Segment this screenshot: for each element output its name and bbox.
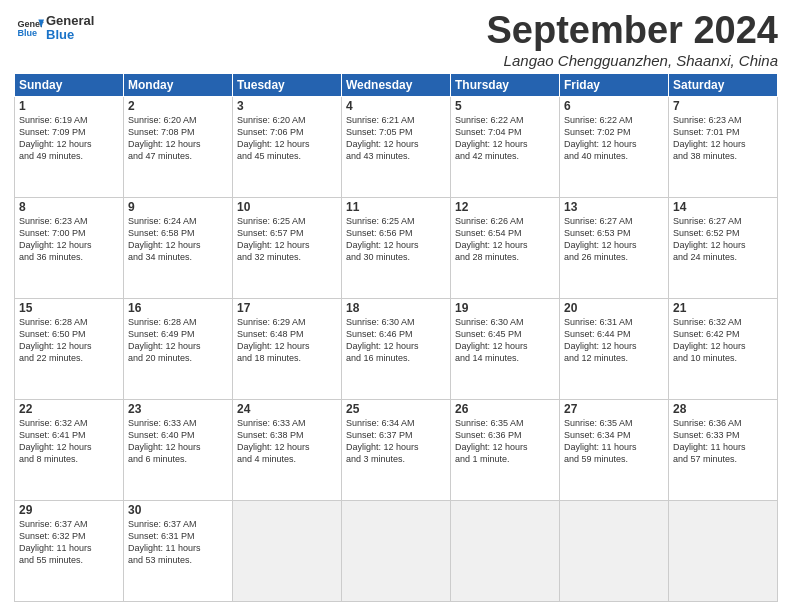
calendar-day-cell: 16Sunrise: 6:28 AM Sunset: 6:49 PM Dayli… [124, 298, 233, 399]
weekday-header-cell: Monday [124, 73, 233, 96]
day-info: Sunrise: 6:33 AM Sunset: 6:40 PM Dayligh… [128, 417, 228, 466]
calendar-day-cell: 7Sunrise: 6:23 AM Sunset: 7:01 PM Daylig… [669, 96, 778, 197]
weekday-header-cell: Saturday [669, 73, 778, 96]
day-number: 29 [19, 503, 119, 517]
day-number: 2 [128, 99, 228, 113]
day-number: 22 [19, 402, 119, 416]
day-info: Sunrise: 6:21 AM Sunset: 7:05 PM Dayligh… [346, 114, 446, 163]
day-info: Sunrise: 6:35 AM Sunset: 6:34 PM Dayligh… [564, 417, 664, 466]
day-number: 4 [346, 99, 446, 113]
calendar-week-row: 8Sunrise: 6:23 AM Sunset: 7:00 PM Daylig… [15, 197, 778, 298]
calendar-week-row: 29Sunrise: 6:37 AM Sunset: 6:32 PM Dayli… [15, 500, 778, 601]
calendar-day-cell: 11Sunrise: 6:25 AM Sunset: 6:56 PM Dayli… [342, 197, 451, 298]
calendar-day-cell: 29Sunrise: 6:37 AM Sunset: 6:32 PM Dayli… [15, 500, 124, 601]
day-number: 10 [237, 200, 337, 214]
day-info: Sunrise: 6:23 AM Sunset: 7:01 PM Dayligh… [673, 114, 773, 163]
day-info: Sunrise: 6:34 AM Sunset: 6:37 PM Dayligh… [346, 417, 446, 466]
day-number: 24 [237, 402, 337, 416]
day-info: Sunrise: 6:26 AM Sunset: 6:54 PM Dayligh… [455, 215, 555, 264]
day-number: 1 [19, 99, 119, 113]
calendar-week-row: 15Sunrise: 6:28 AM Sunset: 6:50 PM Dayli… [15, 298, 778, 399]
day-info: Sunrise: 6:25 AM Sunset: 6:57 PM Dayligh… [237, 215, 337, 264]
day-number: 12 [455, 200, 555, 214]
calendar-day-cell: 10Sunrise: 6:25 AM Sunset: 6:57 PM Dayli… [233, 197, 342, 298]
calendar-day-cell: 3Sunrise: 6:20 AM Sunset: 7:06 PM Daylig… [233, 96, 342, 197]
calendar-day-cell: 26Sunrise: 6:35 AM Sunset: 6:36 PM Dayli… [451, 399, 560, 500]
calendar-day-cell [233, 500, 342, 601]
day-info: Sunrise: 6:37 AM Sunset: 6:32 PM Dayligh… [19, 518, 119, 567]
day-info: Sunrise: 6:31 AM Sunset: 6:44 PM Dayligh… [564, 316, 664, 365]
day-info: Sunrise: 6:30 AM Sunset: 6:45 PM Dayligh… [455, 316, 555, 365]
calendar-day-cell: 20Sunrise: 6:31 AM Sunset: 6:44 PM Dayli… [560, 298, 669, 399]
day-info: Sunrise: 6:28 AM Sunset: 6:49 PM Dayligh… [128, 316, 228, 365]
calendar-day-cell: 27Sunrise: 6:35 AM Sunset: 6:34 PM Dayli… [560, 399, 669, 500]
logo-icon: General Blue [16, 14, 44, 42]
day-number: 6 [564, 99, 664, 113]
calendar-day-cell [560, 500, 669, 601]
day-info: Sunrise: 6:36 AM Sunset: 6:33 PM Dayligh… [673, 417, 773, 466]
day-info: Sunrise: 6:20 AM Sunset: 7:06 PM Dayligh… [237, 114, 337, 163]
calendar-day-cell: 30Sunrise: 6:37 AM Sunset: 6:31 PM Dayli… [124, 500, 233, 601]
calendar-day-cell: 21Sunrise: 6:32 AM Sunset: 6:42 PM Dayli… [669, 298, 778, 399]
day-number: 26 [455, 402, 555, 416]
calendar-day-cell: 23Sunrise: 6:33 AM Sunset: 6:40 PM Dayli… [124, 399, 233, 500]
day-info: Sunrise: 6:23 AM Sunset: 7:00 PM Dayligh… [19, 215, 119, 264]
calendar-day-cell: 25Sunrise: 6:34 AM Sunset: 6:37 PM Dayli… [342, 399, 451, 500]
day-number: 25 [346, 402, 446, 416]
calendar-day-cell: 15Sunrise: 6:28 AM Sunset: 6:50 PM Dayli… [15, 298, 124, 399]
calendar-day-cell: 2Sunrise: 6:20 AM Sunset: 7:08 PM Daylig… [124, 96, 233, 197]
calendar-day-cell: 24Sunrise: 6:33 AM Sunset: 6:38 PM Dayli… [233, 399, 342, 500]
weekday-header-cell: Wednesday [342, 73, 451, 96]
day-info: Sunrise: 6:32 AM Sunset: 6:41 PM Dayligh… [19, 417, 119, 466]
page: General Blue General Blue September 2024… [0, 0, 792, 612]
month-title: September 2024 [487, 10, 779, 52]
day-number: 16 [128, 301, 228, 315]
calendar-day-cell: 8Sunrise: 6:23 AM Sunset: 7:00 PM Daylig… [15, 197, 124, 298]
day-info: Sunrise: 6:28 AM Sunset: 6:50 PM Dayligh… [19, 316, 119, 365]
calendar-day-cell: 28Sunrise: 6:36 AM Sunset: 6:33 PM Dayli… [669, 399, 778, 500]
day-number: 14 [673, 200, 773, 214]
weekday-header-cell: Thursday [451, 73, 560, 96]
calendar-week-row: 22Sunrise: 6:32 AM Sunset: 6:41 PM Dayli… [15, 399, 778, 500]
calendar-day-cell: 6Sunrise: 6:22 AM Sunset: 7:02 PM Daylig… [560, 96, 669, 197]
weekday-header-row: SundayMondayTuesdayWednesdayThursdayFrid… [15, 73, 778, 96]
calendar-day-cell: 4Sunrise: 6:21 AM Sunset: 7:05 PM Daylig… [342, 96, 451, 197]
day-number: 20 [564, 301, 664, 315]
weekday-header-cell: Sunday [15, 73, 124, 96]
day-number: 7 [673, 99, 773, 113]
day-number: 11 [346, 200, 446, 214]
day-info: Sunrise: 6:27 AM Sunset: 6:52 PM Dayligh… [673, 215, 773, 264]
calendar-day-cell: 5Sunrise: 6:22 AM Sunset: 7:04 PM Daylig… [451, 96, 560, 197]
day-number: 19 [455, 301, 555, 315]
location: Langao Chengguanzhen, Shaanxi, China [487, 52, 779, 69]
calendar-day-cell: 14Sunrise: 6:27 AM Sunset: 6:52 PM Dayli… [669, 197, 778, 298]
logo: General Blue General Blue [14, 14, 94, 43]
calendar-day-cell [669, 500, 778, 601]
calendar-day-cell: 22Sunrise: 6:32 AM Sunset: 6:41 PM Dayli… [15, 399, 124, 500]
day-number: 30 [128, 503, 228, 517]
day-info: Sunrise: 6:35 AM Sunset: 6:36 PM Dayligh… [455, 417, 555, 466]
day-number: 23 [128, 402, 228, 416]
calendar-day-cell: 18Sunrise: 6:30 AM Sunset: 6:46 PM Dayli… [342, 298, 451, 399]
title-block: September 2024 Langao Chengguanzhen, Sha… [487, 10, 779, 69]
day-number: 21 [673, 301, 773, 315]
calendar-body: 1Sunrise: 6:19 AM Sunset: 7:09 PM Daylig… [15, 96, 778, 601]
day-info: Sunrise: 6:37 AM Sunset: 6:31 PM Dayligh… [128, 518, 228, 567]
day-number: 28 [673, 402, 773, 416]
calendar-day-cell: 19Sunrise: 6:30 AM Sunset: 6:45 PM Dayli… [451, 298, 560, 399]
day-info: Sunrise: 6:22 AM Sunset: 7:04 PM Dayligh… [455, 114, 555, 163]
calendar-day-cell: 9Sunrise: 6:24 AM Sunset: 6:58 PM Daylig… [124, 197, 233, 298]
calendar-day-cell [451, 500, 560, 601]
day-info: Sunrise: 6:32 AM Sunset: 6:42 PM Dayligh… [673, 316, 773, 365]
day-info: Sunrise: 6:25 AM Sunset: 6:56 PM Dayligh… [346, 215, 446, 264]
day-number: 17 [237, 301, 337, 315]
day-number: 15 [19, 301, 119, 315]
calendar-week-row: 1Sunrise: 6:19 AM Sunset: 7:09 PM Daylig… [15, 96, 778, 197]
day-number: 13 [564, 200, 664, 214]
day-number: 3 [237, 99, 337, 113]
calendar-day-cell [342, 500, 451, 601]
day-info: Sunrise: 6:24 AM Sunset: 6:58 PM Dayligh… [128, 215, 228, 264]
calendar-day-cell: 12Sunrise: 6:26 AM Sunset: 6:54 PM Dayli… [451, 197, 560, 298]
day-number: 27 [564, 402, 664, 416]
day-number: 18 [346, 301, 446, 315]
